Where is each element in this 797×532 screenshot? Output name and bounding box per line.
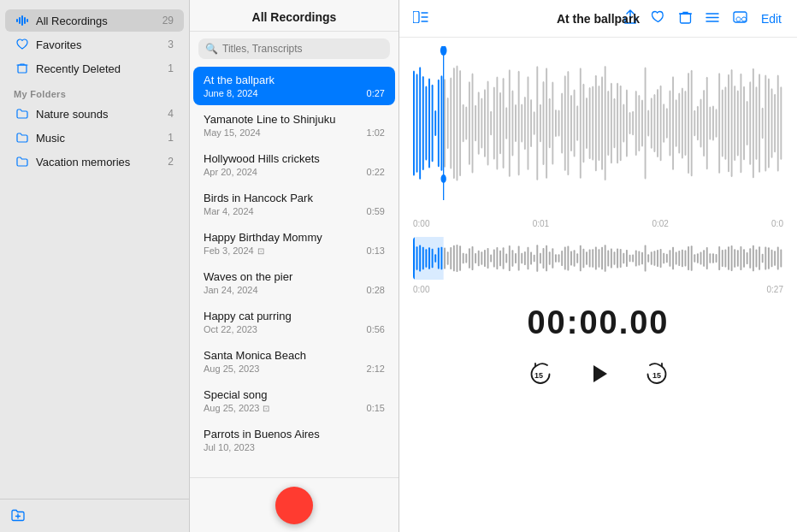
svg-rect-149: [465, 253, 467, 263]
rec-meta: Mar 4, 2024 0:59: [204, 206, 385, 216]
sidebar-toggle-button[interactable]: [413, 11, 428, 26]
rec-meta: Feb 3, 2024 ⊡ 0:13: [204, 245, 385, 256]
sidebar-music-count: 1: [168, 132, 174, 144]
rec-duration: 2:12: [367, 364, 385, 374]
svg-rect-60: [570, 95, 572, 151]
svg-rect-39: [505, 107, 507, 139]
recording-item-hollywood[interactable]: Hollywood Hills crickets Apr 20, 2024 0:…: [193, 145, 395, 184]
svg-rect-69: [599, 86, 600, 161]
svg-rect-50: [540, 104, 541, 143]
svg-rect-245: [762, 254, 764, 263]
svg-rect-113: [734, 86, 735, 161]
svg-rect-203: [632, 255, 634, 263]
rec-date: Jan 24, 2024: [204, 285, 258, 295]
favorite-button[interactable]: [649, 9, 667, 28]
svg-rect-248: [771, 250, 773, 267]
recording-item-santa-monica[interactable]: Santa Monica Beach Aug 25, 2023 2:12: [193, 342, 395, 381]
svg-rect-232: [722, 250, 723, 267]
recording-item-at-the-ballpark[interactable]: At the ballpark June 8, 2024 0:27: [193, 67, 395, 105]
svg-rect-217: [676, 252, 677, 265]
mini-time-axis: 0:00 0:27: [413, 283, 783, 296]
skip-forward-button[interactable]: 15: [640, 358, 670, 389]
svg-rect-82: [638, 95, 640, 151]
recording-item-parrots[interactable]: Parrots in Buenos Aires Jul 10, 2023: [193, 421, 395, 459]
svg-rect-238: [740, 246, 741, 270]
caption-button[interactable]: [731, 9, 749, 27]
svg-rect-236: [734, 249, 735, 268]
svg-rect-90: [663, 103, 664, 142]
recording-item-cat[interactable]: Happy cat purring Oct 22, 2023 0:56: [193, 303, 395, 341]
sidebar-item-recently-deleted[interactable]: Recently Deleted 1: [5, 57, 184, 80]
search-input[interactable]: [222, 43, 383, 55]
record-button[interactable]: [275, 487, 313, 524]
rec-date: May 15, 2024: [204, 127, 261, 138]
svg-rect-220: [685, 250, 687, 266]
rec-duration: 0:59: [367, 206, 385, 216]
sidebar-favorites-label: Favorites: [36, 38, 168, 51]
svg-rect-120: [756, 86, 758, 160]
svg-rect-81: [635, 91, 637, 156]
svg-rect-104: [706, 77, 708, 170]
sidebar-item-nature-sounds[interactable]: Nature sounds 4: [5, 103, 184, 125]
svg-rect-2: [21, 15, 23, 26]
svg-rect-188: [586, 251, 587, 265]
waveform-mini-container[interactable]: 0:00 0:27: [413, 237, 783, 296]
svg-rect-253: [413, 237, 415, 280]
svg-rect-151: [472, 246, 474, 270]
svg-rect-214: [666, 254, 668, 263]
edit-label: Edit: [761, 12, 782, 26]
recording-item-birds[interactable]: Birds in Hancock Park Mar 4, 2024 0:59: [193, 185, 395, 223]
recording-item-yamanote[interactable]: Yamanote Line to Shinjuku May 15, 2024 1…: [193, 106, 395, 145]
new-folder-button[interactable]: [10, 508, 26, 523]
sidebar-item-music[interactable]: Music 1: [5, 127, 184, 149]
svg-rect-110: [724, 86, 726, 160]
waveform-main[interactable]: [413, 46, 783, 217]
svg-rect-74: [614, 98, 616, 149]
svg-rect-194: [605, 245, 606, 272]
sidebar-recently-deleted-label: Recently Deleted: [36, 62, 168, 75]
recording-item-waves[interactable]: Waves on the pier Jan 24, 2024 0:28: [193, 263, 395, 302]
recording-item-special-song[interactable]: Special song Aug 25, 2023 ⊡ 0:15: [193, 381, 395, 420]
svg-rect-237: [737, 250, 739, 266]
header-actions: Edit: [622, 8, 783, 29]
svg-rect-53: [549, 98, 551, 148]
rec-title: Waves on the pier: [204, 270, 385, 283]
time-2: 0:02: [652, 219, 668, 228]
skip-back-button[interactable]: 15: [527, 358, 558, 389]
svg-rect-207: [645, 245, 646, 272]
svg-rect-205: [638, 251, 640, 265]
rec-date: Aug 25, 2023: [204, 364, 259, 374]
svg-rect-208: [647, 254, 649, 263]
svg-rect-125: [771, 88, 773, 157]
svg-rect-146: [457, 245, 458, 272]
delete-button[interactable]: [677, 9, 694, 29]
rec-date: Oct 22, 2023: [204, 324, 257, 334]
svg-rect-197: [614, 251, 616, 264]
play-button[interactable]: [585, 360, 612, 387]
svg-rect-107: [716, 109, 717, 138]
svg-rect-30: [478, 92, 480, 154]
svg-rect-189: [589, 250, 591, 268]
sidebar-bottom: [0, 499, 189, 532]
svg-rect-176: [549, 251, 551, 264]
list-button[interactable]: [704, 9, 721, 27]
sidebar-item-favorites[interactable]: Favorites 3: [5, 33, 184, 56]
edit-button[interactable]: Edit: [759, 9, 783, 27]
recordings-list: At the ballpark June 8, 2024 0:27 Yamano…: [190, 66, 398, 477]
rec-date: Jul 10, 2023: [204, 442, 255, 452]
svg-rect-148: [463, 253, 464, 263]
rec-meta: Jan 24, 2024 0:28: [204, 285, 385, 295]
svg-rect-79: [629, 112, 631, 134]
svg-rect-12: [422, 76, 424, 170]
svg-rect-204: [635, 250, 637, 266]
svg-rect-40: [509, 69, 511, 177]
svg-rect-242: [753, 245, 754, 271]
rec-duration: 0:15: [367, 403, 385, 413]
rec-date: June 8, 2024: [204, 88, 258, 98]
sidebar-item-all-recordings[interactable]: All Recordings 29: [5, 9, 184, 32]
svg-rect-124: [768, 78, 770, 168]
sidebar-item-vacation-memories[interactable]: Vacation memories 2: [5, 151, 184, 173]
svg-rect-185: [576, 253, 578, 263]
svg-rect-1: [19, 17, 21, 24]
recording-item-birthday[interactable]: Happy Birthday Mommy Feb 3, 2024 ⊡ 0:13: [193, 224, 395, 263]
